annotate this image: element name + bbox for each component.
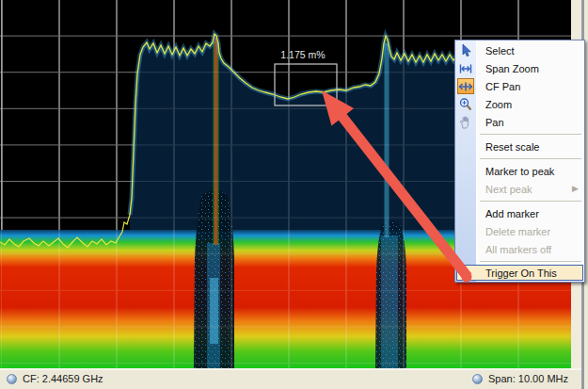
cf-pan-icon <box>457 78 474 94</box>
cursor-icon <box>457 42 474 58</box>
menu-item-reset-scale[interactable]: Reset scale <box>455 138 584 155</box>
menu-item-label: Select <box>485 45 515 57</box>
span-zoom-icon <box>457 60 474 76</box>
menu-item-label: Trigger On This <box>485 267 557 279</box>
menu-item-cf-pan[interactable]: CF Pan <box>455 77 584 95</box>
menu-item-add-marker[interactable]: Add marker <box>455 204 584 222</box>
submenu-arrow-icon: ▶ <box>572 184 579 193</box>
cf-value: CF: 2.44659 GHz <box>23 373 103 384</box>
menu-separator <box>455 155 584 162</box>
menu-item-label: Span Zoom <box>485 63 539 74</box>
menu-item-trigger-on-this[interactable]: Trigger On This <box>456 265 583 281</box>
menu-item-label: Reset scale <box>485 141 539 153</box>
menu-item-marker-to-peak[interactable]: Marker to peak <box>455 162 584 180</box>
menu-item-label: Next peak <box>485 184 532 195</box>
cf-readout[interactable]: CF: 2.44659 GHz <box>7 373 103 384</box>
menu-item-pan[interactable]: Pan <box>455 113 584 131</box>
rsa-window: 1.175 m% CF: 2.44659 GHz Span: 10.00 MHz… <box>0 0 588 389</box>
menu-item-label: Add marker <box>485 208 539 219</box>
menu-separator <box>455 198 584 204</box>
status-bar: CF: 2.44659 GHz Span: 10.00 MHz <box>0 368 581 389</box>
span-readout[interactable]: Span: 10.00 MHz <box>472 373 568 384</box>
menu-item-next-peak: Next peak ▶ <box>455 180 584 198</box>
menu-item-delete-marker: Delete marker <box>455 222 584 240</box>
span-value: Span: 10.00 MHz <box>488 373 568 384</box>
span-knob-icon <box>472 374 483 384</box>
zoom-icon <box>457 96 474 112</box>
menu-separator <box>455 131 584 138</box>
menu-item-label: All markers off <box>485 244 551 255</box>
menu-item-select[interactable]: Select <box>455 41 584 59</box>
menu-item-zoom[interactable]: Zoom <box>455 95 584 113</box>
menu-separator <box>455 258 584 265</box>
menu-item-label: Pan <box>485 117 504 128</box>
menu-item-label: Marker to peak <box>485 166 554 177</box>
menu-item-label: Zoom <box>485 99 512 110</box>
menu-item-label: Delete marker <box>485 226 550 237</box>
menu-item-all-markers-off: All markers off <box>455 240 584 258</box>
menu-item-span-zoom[interactable]: Span Zoom <box>455 59 584 77</box>
menu-item-label: CF Pan <box>485 81 520 92</box>
context-menu: Select Span Zoom CF Pan Zoom Pan <box>454 40 585 283</box>
marker-value-label: 1.175 m% <box>280 49 325 60</box>
pan-hand-icon <box>457 114 474 130</box>
cf-knob-icon <box>7 374 17 384</box>
